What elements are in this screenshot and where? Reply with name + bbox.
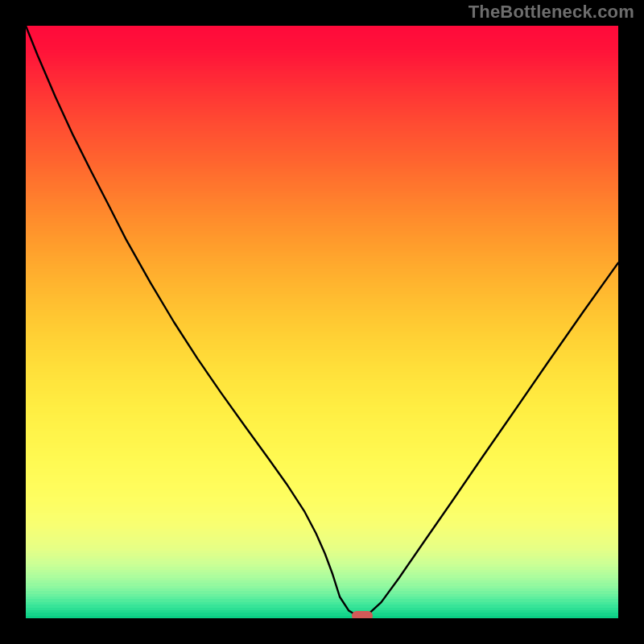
optimal-marker bbox=[352, 611, 373, 620]
chart-stage: TheBottleneck.com bbox=[0, 0, 644, 644]
watermark-text: TheBottleneck.com bbox=[469, 2, 634, 23]
bottleneck-curve bbox=[26, 26, 618, 618]
plot-frame bbox=[24, 24, 620, 620]
